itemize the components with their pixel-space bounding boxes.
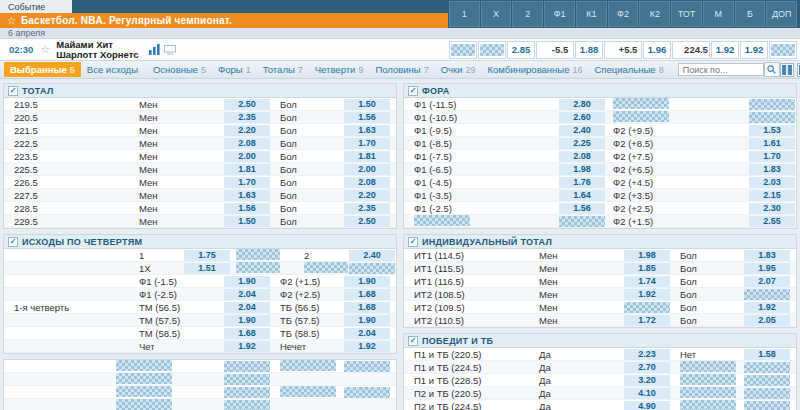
odd-chip[interactable]: 1.64 xyxy=(559,190,605,201)
odd-chip[interactable]: 2.20 xyxy=(344,190,390,201)
odd-chip[interactable]: 1.56 xyxy=(224,203,270,214)
checkbox-icon[interactable]: ✓ xyxy=(408,86,418,96)
search-input[interactable] xyxy=(678,63,764,76)
odd-chip[interactable]: 2.08 xyxy=(344,177,390,188)
odd-chip[interactable]: 1.98 xyxy=(559,164,605,175)
panel-header[interactable]: ✓ ИНДИВИДУАЛЬНЫЙ ТОТАЛ xyxy=(404,235,796,249)
odd-chip[interactable]: 1.68 xyxy=(344,289,390,300)
odd-chip[interactable]: 2.55 xyxy=(749,216,795,227)
odd-chip[interactable]: 2.04 xyxy=(224,302,270,313)
odd-chip[interactable]: 2.40 xyxy=(559,125,605,136)
odd-chip[interactable]: 1.74 xyxy=(624,276,670,287)
tv-icon[interactable] xyxy=(164,41,176,59)
odd-chip[interactable]: 1.98 xyxy=(624,250,670,261)
obscured-odd[interactable] xyxy=(344,387,390,398)
match-row[interactable]: 02:30 ☆ Майами Хит Шарлотт Хорнетс 2.85 … xyxy=(0,39,800,61)
odd-chip[interactable]: 1.90 xyxy=(344,276,390,287)
odd-chip[interactable]: 2.50 xyxy=(224,99,270,110)
obscured-odd[interactable] xyxy=(744,388,790,399)
odd-chip[interactable]: 1.92 xyxy=(224,341,270,352)
odd-chip[interactable]: 1.61 xyxy=(749,138,795,149)
odd-chip[interactable]: 1.76 xyxy=(559,177,605,188)
favorite-league-star-icon[interactable]: ☆ xyxy=(7,15,16,26)
league-header[interactable]: ☆ Баскетбол. NBA. Регулярный чемпионат. xyxy=(0,13,448,28)
odd-chip[interactable]: 1.83 xyxy=(744,250,790,261)
odd-chip[interactable]: 1.75 xyxy=(184,250,230,261)
obscured-odd[interactable] xyxy=(744,362,790,373)
team-away[interactable]: Шарлотт Хорнетс xyxy=(56,50,138,60)
odd-chip[interactable]: 1.81 xyxy=(224,164,270,175)
odd-chip[interactable]: 2.20 xyxy=(224,125,270,136)
obscured-odd[interactable] xyxy=(744,289,790,300)
tab-selected-markets[interactable]: Выбранные5 xyxy=(4,62,81,77)
odd-chip[interactable]: 1.70 xyxy=(344,138,390,149)
odd-chip[interactable]: 2.60 xyxy=(559,112,605,123)
odd-chip[interactable]: 1.83 xyxy=(749,164,795,175)
tab-special[interactable]: Специальные8 xyxy=(588,62,669,77)
odd-chip[interactable]: 1.63 xyxy=(224,190,270,201)
odd-under[interactable]: 1.92 xyxy=(711,41,739,59)
tab-combined[interactable]: Комбинированные16 xyxy=(482,62,589,77)
favorite-match-star-icon[interactable]: ☆ xyxy=(40,43,50,56)
tab-all-outcomes[interactable]: Все исходы xyxy=(81,62,147,77)
obscured-odd[interactable] xyxy=(744,401,790,410)
odd-chip[interactable]: 2.35 xyxy=(224,112,270,123)
odd-chip[interactable]: 2.08 xyxy=(224,138,270,149)
odd-chip[interactable]: 1.92 xyxy=(744,302,790,313)
two-column-view-icon[interactable] xyxy=(780,63,794,77)
tab-halves[interactable]: Половины7 xyxy=(369,62,434,77)
odd-chip[interactable]: 1.50 xyxy=(344,99,390,110)
odd-chip[interactable]: 1.92 xyxy=(624,289,670,300)
odd-chip[interactable]: 1.50 xyxy=(224,216,270,227)
odd-chip[interactable]: 2.23 xyxy=(624,349,670,360)
match-teams[interactable]: Майами Хит Шарлотт Хорнетс xyxy=(56,40,138,60)
odd-chip[interactable]: 1.56 xyxy=(344,112,390,123)
one-column-view-icon[interactable] xyxy=(797,63,800,77)
obscured-odd[interactable] xyxy=(344,361,390,372)
odd-chip[interactable]: 2.80 xyxy=(559,99,605,110)
odd-chip[interactable]: 2.05 xyxy=(744,315,790,326)
checkbox-icon[interactable]: ✓ xyxy=(8,86,18,96)
odd-win2[interactable]: 2.85 xyxy=(507,41,535,59)
obscured-odd[interactable] xyxy=(224,387,270,398)
odd-chip[interactable]: 2.04 xyxy=(224,289,270,300)
obscured-odd[interactable] xyxy=(224,361,270,372)
odd-chip[interactable]: 2.25 xyxy=(559,138,605,149)
obscured-odd[interactable] xyxy=(749,99,795,110)
team-home[interactable]: Майами Хит xyxy=(56,40,138,50)
odd-chip[interactable]: 1.68 xyxy=(224,328,270,339)
odd-chip[interactable]: 1.51 xyxy=(184,263,230,274)
panel-header[interactable]: ✓ ТОТАЛ xyxy=(4,84,396,98)
odd-chip[interactable]: 2.08 xyxy=(559,151,605,162)
odd-chip[interactable]: 2.00 xyxy=(344,164,390,175)
odd-chip[interactable]: 1.95 xyxy=(744,263,790,274)
obscured-odd[interactable] xyxy=(749,112,795,123)
odd-chip[interactable]: 4.90 xyxy=(624,401,670,410)
odd-more-obscured[interactable] xyxy=(769,41,797,59)
odd-chip[interactable]: 2.15 xyxy=(749,190,795,201)
odd-chip[interactable]: 2.03 xyxy=(749,177,795,188)
odd-chip[interactable]: 1.70 xyxy=(749,151,795,162)
odd-chip[interactable]: 2.00 xyxy=(224,151,270,162)
obscured-odd[interactable] xyxy=(236,262,280,275)
tab-totals[interactable]: Тоталы7 xyxy=(257,62,309,77)
odd-chip[interactable]: 3.20 xyxy=(624,375,670,386)
odd-chip[interactable]: 1.63 xyxy=(344,125,390,136)
odd-chip[interactable]: 1.72 xyxy=(624,315,670,326)
checkbox-icon[interactable]: ✓ xyxy=(8,237,18,247)
odd-chip[interactable]: 2.50 xyxy=(344,216,390,227)
odd-chip[interactable]: 2.30 xyxy=(749,203,795,214)
odd-chip[interactable]: 1.90 xyxy=(224,315,270,326)
odd-chip[interactable]: 1.68 xyxy=(344,302,390,313)
tab-points[interactable]: Очки29 xyxy=(435,62,482,77)
odd-chip[interactable]: 2.70 xyxy=(624,362,670,373)
odd-chip[interactable]: 1.81 xyxy=(344,151,390,162)
search-button[interactable] xyxy=(764,62,780,77)
odd-chip[interactable]: 1.58 xyxy=(744,349,790,360)
odd-chip[interactable]: 2.07 xyxy=(744,276,790,287)
odd-chip[interactable]: 2.04 xyxy=(344,328,390,339)
odd-draw-obscured[interactable] xyxy=(478,41,506,59)
obscured-odd[interactable] xyxy=(744,375,790,386)
odd-over[interactable]: 1.92 xyxy=(740,41,768,59)
tab-handicaps[interactable]: Форы1 xyxy=(212,62,257,77)
